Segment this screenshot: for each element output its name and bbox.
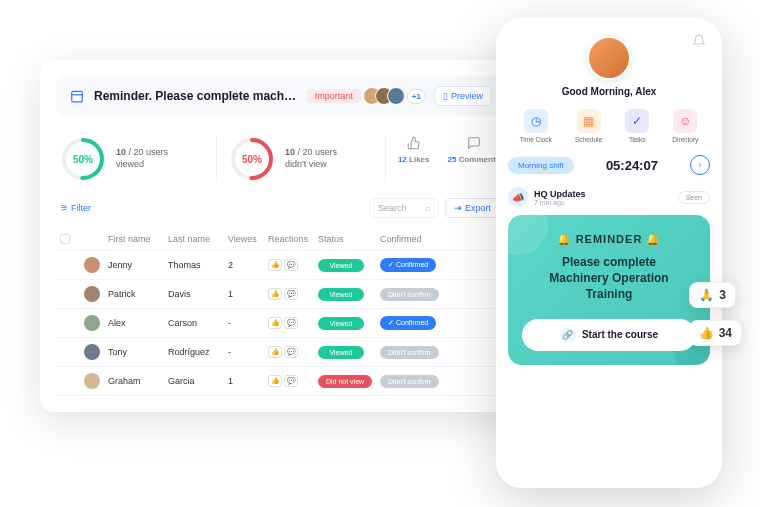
phone-icon: ▯ (443, 91, 448, 101)
table-row[interactable]: PatrickDavis1👍💬ViewedDidn't confirm (56, 280, 504, 309)
select-all-checkbox[interactable] (60, 234, 70, 244)
stat-didnt-view: 50% 10 / 20 usersdidn't view (229, 136, 373, 182)
thumb-up-icon (398, 136, 430, 153)
progress-ring-didnt: 50% (229, 136, 275, 182)
preview-button[interactable]: ▯ Preview (434, 86, 492, 106)
row-avatar (84, 286, 100, 302)
timer: 05:24:07 (582, 158, 682, 173)
confirm-badge: ✓ Confirmed (380, 316, 436, 330)
megaphone-icon: 📣 (508, 187, 528, 207)
reaction-pray[interactable]: 🙏3 (689, 282, 736, 308)
page-title: Reminder. Please complete machinery.... (94, 89, 299, 103)
mobile-panel: Good Morning, Alex ◷Time Clock▦Schedule✓… (496, 18, 722, 488)
status-badge: Did not view (318, 375, 372, 388)
progress-ring-viewed: 50% (60, 136, 106, 182)
comment-icon (448, 136, 500, 153)
export-button[interactable]: ⇥ Export (445, 198, 500, 218)
svg-rect-0 (72, 91, 83, 102)
confirm-badge: Didn't confirm (380, 346, 439, 359)
table-row[interactable]: AlexCarson-👍💬Viewed✓ Confirmed (56, 309, 504, 338)
row-avatar (84, 257, 100, 273)
table-row[interactable]: TonyRodríguez-👍💬ViewedDidn't confirm (56, 338, 504, 367)
bell-icon[interactable] (692, 34, 706, 51)
desktop-panel: Reminder. Please complete machinery.... … (40, 60, 520, 412)
app-icon: ☺ (673, 109, 697, 133)
reaction-buttons[interactable]: 👍💬 (268, 346, 318, 358)
seen-badge: Seen (678, 191, 710, 204)
stats-row: 50% 10 / 20 usersviewed 50% 10 / 20 user… (56, 136, 504, 182)
confirm-badge: Didn't confirm (380, 375, 439, 388)
avatar (387, 87, 405, 105)
play-button[interactable]: › (690, 155, 710, 175)
avatar-plus: +1 (407, 89, 426, 104)
table-row[interactable]: JennyThomas2👍💬Viewed✓ Confirmed (56, 251, 504, 280)
link-icon: 🔗 (560, 327, 576, 343)
search-input[interactable]: Search ⌕ (369, 198, 439, 218)
reaction-buttons[interactable]: 👍💬 (268, 317, 318, 329)
avatar-stack[interactable]: +1 (369, 87, 426, 105)
user-avatar[interactable] (587, 36, 631, 80)
feed-header: 📣 HQ Updates 7 min ago Seen (508, 187, 710, 207)
reminder-icon (68, 87, 86, 105)
filter-button[interactable]: ⚞ Filter (60, 203, 91, 213)
shift-tag: Morning shift (508, 157, 574, 174)
row-avatar (84, 373, 100, 389)
app-icon: ✓ (625, 109, 649, 133)
app-tile[interactable]: ▦Schedule (575, 109, 602, 143)
reaction-buttons[interactable]: 👍💬 (268, 259, 318, 271)
app-grid: ◷Time Clock▦Schedule✓Tasks☺Directory (508, 109, 710, 143)
start-course-button[interactable]: 🔗 Start the course (522, 319, 696, 351)
status-badge: Viewed (318, 259, 364, 272)
app-icon: ◷ (524, 109, 548, 133)
search-icon: ⌕ (425, 203, 430, 213)
table-row[interactable]: GrahamGarcia1👍💬Did not viewDidn't confir… (56, 367, 504, 396)
page-header: Reminder. Please complete machinery.... … (56, 76, 504, 116)
app-tile[interactable]: ✓Tasks (625, 109, 649, 143)
app-tile[interactable]: ◷Time Clock (520, 109, 552, 143)
comments-count[interactable]: 25 Comments (448, 136, 500, 182)
app-tile[interactable]: ☺Directory (672, 109, 698, 143)
confirm-badge: Didn't confirm (380, 288, 439, 301)
users-table: First name Last name Viewes Reactions St… (56, 228, 504, 396)
status-badge: Viewed (318, 346, 364, 359)
app-icon: ▦ (577, 109, 601, 133)
greeting: Good Morning, Alex (508, 86, 710, 97)
filter-icon: ⚞ (60, 203, 68, 213)
status-badge: Viewed (318, 317, 364, 330)
reminder-card: 🔔 REMINDER 🔔 Please complete Machinery O… (508, 215, 710, 365)
row-avatar (84, 344, 100, 360)
confirm-badge: ✓ Confirmed (380, 258, 436, 272)
toolbar: ⚞ Filter Search ⌕ ⇥ Export (56, 198, 504, 218)
table-header: First name Last name Viewes Reactions St… (56, 228, 504, 251)
reaction-buttons[interactable]: 👍💬 (268, 375, 318, 387)
reaction-thumb[interactable]: 👍34 (689, 320, 742, 346)
stat-viewed: 50% 10 / 20 usersviewed (60, 136, 204, 182)
reaction-buttons[interactable]: 👍💬 (268, 288, 318, 300)
row-avatar (84, 315, 100, 331)
likes-count[interactable]: 12 Likes (398, 136, 430, 182)
important-tag: Important (307, 89, 361, 103)
status-badge: Viewed (318, 288, 364, 301)
shift-row: Morning shift 05:24:07 › (508, 155, 710, 175)
export-icon: ⇥ (454, 203, 462, 213)
